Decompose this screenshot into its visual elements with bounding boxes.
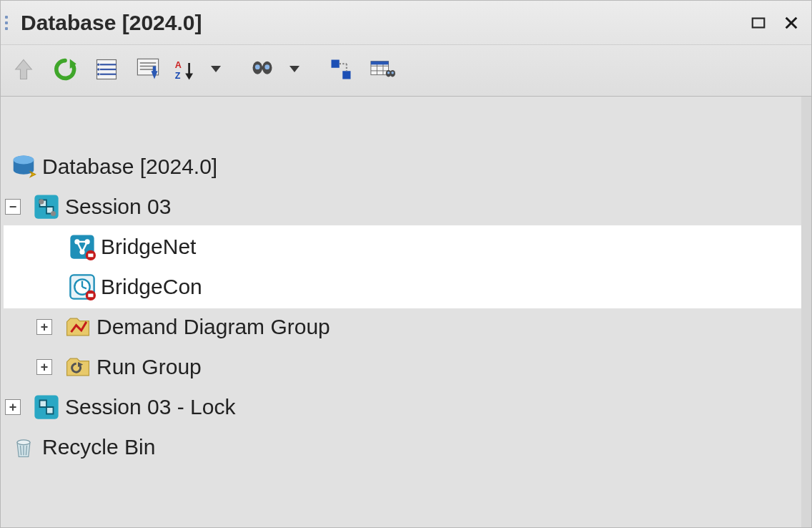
tree-item-bridgenet[interactable]: BridgeNet <box>5 227 801 267</box>
svg-point-25 <box>264 64 269 69</box>
clock-control-icon <box>68 273 96 301</box>
svg-point-45 <box>51 211 56 216</box>
svg-point-44 <box>39 199 44 204</box>
expander-plus-icon[interactable]: + <box>36 319 52 335</box>
close-button[interactable] <box>781 13 801 33</box>
svg-rect-16 <box>153 66 157 72</box>
tree-item-recycle-bin[interactable]: Recycle Bin <box>5 427 801 467</box>
tree-item-recycle-label: Recycle Bin <box>42 435 155 459</box>
svg-point-41 <box>14 156 34 165</box>
svg-point-8 <box>97 63 99 65</box>
sort-az-button[interactable]: AZ <box>174 54 199 85</box>
tree-root-label: Database [2024.0] <box>42 155 217 179</box>
expander-plus-icon[interactable]: + <box>36 359 52 375</box>
svg-point-10 <box>97 73 99 75</box>
svg-point-39 <box>392 72 394 74</box>
toolbar: AZ <box>1 45 811 97</box>
expander-plus-icon[interactable]: + <box>5 399 21 415</box>
recycle-bin-icon <box>9 433 38 461</box>
svg-point-24 <box>255 64 260 69</box>
window-title: Database [2024.0] <box>21 11 202 35</box>
pipe-session-icon <box>32 192 61 221</box>
tree-item-rungroup-label: Run Group <box>96 355 202 379</box>
tree-item-run-group[interactable]: + Run Group <box>5 347 801 387</box>
sort-dropdown-caret-icon[interactable] <box>211 66 221 72</box>
svg-text:Z: Z <box>175 70 181 80</box>
grid-find-button[interactable] <box>367 54 398 85</box>
svg-point-63 <box>17 440 30 445</box>
expander-minus-icon[interactable]: − <box>5 199 21 215</box>
titlebar: Database [2024.0] <box>1 1 811 45</box>
pipe-session-lock-icon <box>32 393 61 421</box>
tree-root-database[interactable]: Database [2024.0] <box>5 147 801 187</box>
folder-run-icon <box>64 353 92 381</box>
download-list-button[interactable] <box>132 54 164 85</box>
svg-rect-0 <box>753 18 765 27</box>
tree-item-bridgecon[interactable]: BridgeCon <box>5 267 801 307</box>
svg-point-38 <box>387 72 390 74</box>
tree-item-bridgenet-label: BridgeNet <box>101 235 196 259</box>
tree-item-sessionlock-label: Session 03 - Lock <box>65 395 235 419</box>
svg-marker-20 <box>185 73 193 79</box>
tree-item-session-label: Session 03 <box>65 195 171 219</box>
tree-item-bridgecon-label: BridgeCon <box>101 275 202 299</box>
maximize-button[interactable] <box>748 13 768 33</box>
svg-rect-26 <box>332 59 340 67</box>
window-controls <box>748 13 801 33</box>
svg-rect-54 <box>88 254 93 258</box>
svg-marker-42 <box>31 172 36 177</box>
svg-rect-27 <box>342 71 350 79</box>
svg-rect-23 <box>261 66 264 69</box>
database-panel: Database [2024.0] AZ <box>0 0 812 528</box>
svg-text:A: A <box>175 60 182 70</box>
tree-item-session-lock[interactable]: + Session 03 - Lock <box>5 387 801 427</box>
tree-item-demand-group[interactable]: + Demand Diagram Group <box>5 307 801 347</box>
vertical-scrollbar[interactable] <box>801 97 811 527</box>
refresh-button[interactable] <box>49 54 81 85</box>
tree-item-demand-label: Demand Diagram Group <box>96 315 330 339</box>
svg-point-9 <box>97 68 99 70</box>
folder-diagram-icon <box>64 313 92 341</box>
list-view-button[interactable] <box>91 54 122 85</box>
linked-nodes-button[interactable] <box>325 54 357 85</box>
find-button[interactable] <box>247 54 278 85</box>
up-arrow-button[interactable] <box>8 54 39 85</box>
tree-item-session[interactable]: − Session 03 <box>5 187 801 227</box>
database-icon <box>9 152 38 181</box>
find-dropdown-caret-icon[interactable] <box>289 66 299 72</box>
svg-rect-35 <box>371 61 389 64</box>
svg-rect-60 <box>88 294 93 298</box>
tree-view[interactable]: Database [2024.0] − Session 03 BridgeNet <box>1 97 811 527</box>
network-icon <box>68 233 96 261</box>
drag-handle-icon[interactable] <box>5 11 16 34</box>
